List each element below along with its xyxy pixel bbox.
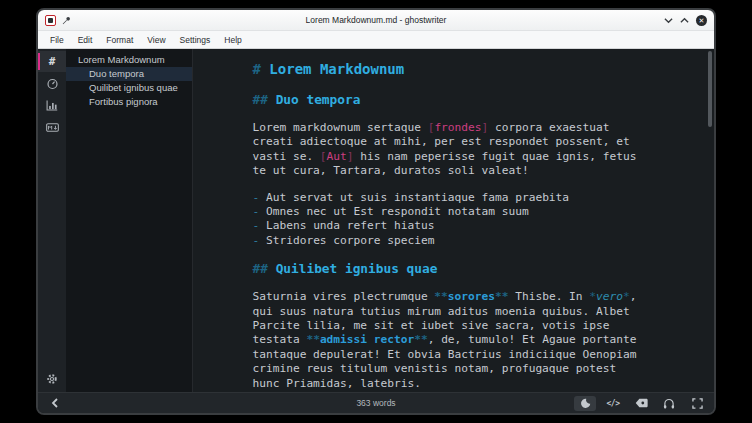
menu-edit[interactable]: Edit bbox=[71, 33, 100, 47]
moon-icon bbox=[580, 398, 591, 409]
md-block-p: Lorem markdownum sertaque [frondes] corp… bbox=[253, 121, 655, 179]
editor-line: Parcite lilia, me sit et iubet sive sacr… bbox=[253, 319, 655, 333]
titlebar[interactable]: Lorem Markdownum.md - ghostwriter ✕ bbox=[38, 10, 714, 31]
editor-line: creati adiectoque at mihi, per est respo… bbox=[253, 135, 655, 149]
editor-line: # Lorem Markdownum bbox=[253, 59, 655, 79]
hash-icon: # bbox=[49, 55, 56, 68]
menubar: FileEditFormatViewSettingsHelp bbox=[38, 31, 714, 49]
md-block-p: Saturnia vires plectrumque **sorores** T… bbox=[253, 290, 655, 391]
editor-line: tantaque depulerat! Et obvia Bactrius in… bbox=[253, 348, 655, 362]
editor-line: - Omnes nec ut Est respondit notatam suu… bbox=[253, 205, 655, 219]
gauge-icon bbox=[46, 78, 59, 90]
statusbar-left bbox=[44, 396, 66, 411]
editor-scrollbar[interactable] bbox=[708, 51, 712, 127]
editor-line: Lorem markdownum sertaque [frondes] corp… bbox=[253, 121, 655, 135]
code-icon: </> bbox=[607, 399, 620, 408]
outline-item[interactable]: Quilibet ignibus quae bbox=[66, 81, 192, 95]
editor-line: ## Duo tempora bbox=[253, 91, 655, 109]
sidebar-iconstrip: # bbox=[38, 49, 66, 392]
editor-line: - Aut servat ut suis instantiaque fama p… bbox=[253, 191, 655, 205]
chevron-left-icon bbox=[51, 398, 59, 408]
window-title: Lorem Markdownum.md - ghostwriter bbox=[38, 15, 714, 25]
menu-view[interactable]: View bbox=[140, 33, 172, 47]
sidebar-tab-session-statistics[interactable] bbox=[38, 73, 66, 94]
backspace-icon bbox=[635, 398, 648, 408]
ghostwriter-window: Lorem Markdownum.md - ghostwriter ✕ File… bbox=[36, 8, 716, 415]
editor-line: hunc Priamidas, latebris. bbox=[253, 377, 655, 391]
close-icon[interactable]: ✕ bbox=[696, 15, 707, 26]
editor-line: vasti se. [Aut] his nam peperisse fugit … bbox=[253, 150, 655, 164]
sidebar-tab-cheat-sheet[interactable] bbox=[38, 117, 66, 138]
md-block-h1: # Lorem Markdownum bbox=[253, 59, 655, 79]
sidebar-tabstrip: # bbox=[38, 49, 66, 139]
hide-sidebar-button[interactable] bbox=[44, 396, 66, 411]
sidebar-tab-document-statistics[interactable] bbox=[38, 95, 66, 116]
hemingway-mode-toggle-button[interactable] bbox=[630, 396, 652, 411]
html-preview-toggle-button[interactable]: </> bbox=[602, 396, 624, 411]
chevron-down-icon[interactable] bbox=[664, 17, 673, 24]
app-icon bbox=[45, 15, 56, 26]
sidebar-tab-outline[interactable]: # bbox=[38, 51, 66, 72]
outline-item[interactable]: Fortibus pignora bbox=[66, 95, 192, 109]
md-block-h2: ## Quilibet ignibus quae bbox=[253, 260, 655, 278]
outline-item[interactable]: Duo tempora bbox=[66, 67, 192, 81]
outline-panel: Lorem MarkdownumDuo temporaQuilibet igni… bbox=[66, 49, 193, 392]
chevron-up-icon[interactable] bbox=[680, 17, 689, 24]
editor-line: crimine reus titulum venistis notam, pro… bbox=[253, 362, 655, 376]
editor-line: - Labens unda refert hiatus bbox=[253, 219, 655, 233]
menu-help[interactable]: Help bbox=[217, 33, 248, 47]
statusbar: 363 words </> bbox=[38, 392, 714, 413]
fullscreen-icon bbox=[692, 398, 703, 409]
fullscreen-toggle-button[interactable] bbox=[686, 396, 708, 411]
outline-item[interactable]: Lorem Markdownum bbox=[66, 53, 192, 67]
chart-icon bbox=[46, 100, 58, 111]
statusbar-right: </> bbox=[574, 396, 708, 411]
menu-settings[interactable]: Settings bbox=[173, 33, 218, 47]
editor-line: Saturnia vires plectrumque **sorores** T… bbox=[253, 290, 655, 304]
focus-mode-toggle-button[interactable] bbox=[658, 396, 680, 411]
pin-icon[interactable] bbox=[62, 16, 71, 25]
editor-line: ## Quilibet ignibus quae bbox=[253, 260, 655, 278]
menu-file[interactable]: File bbox=[43, 33, 71, 47]
editor-line: testata **admissi rector**, de, tumulo! … bbox=[253, 333, 655, 347]
menu-format[interactable]: Format bbox=[99, 33, 140, 47]
editor-line: - Stridores corpore speciem bbox=[253, 234, 655, 248]
main-content: # Lorem MarkdownumDuo temporaQuilibet ig… bbox=[38, 49, 714, 392]
md-block-h2: ## Duo tempora bbox=[253, 91, 655, 109]
editor-line: qui suus natura tutius mirum aditus moen… bbox=[253, 305, 655, 319]
dark-mode-toggle-button[interactable] bbox=[574, 396, 596, 411]
markdown-icon bbox=[46, 123, 59, 132]
gear-icon[interactable] bbox=[46, 373, 58, 385]
md-block-ul: - Aut servat ut suis instantiaque fama p… bbox=[253, 191, 655, 249]
editor-content: # Lorem Markdownum## Duo temporaLorem ma… bbox=[253, 49, 655, 391]
headphones-icon bbox=[663, 398, 675, 409]
editor-line: te ut cura, Tartara, duratos soli valeat… bbox=[253, 164, 655, 178]
editor[interactable]: # Lorem Markdownum## Duo temporaLorem ma… bbox=[193, 49, 714, 392]
